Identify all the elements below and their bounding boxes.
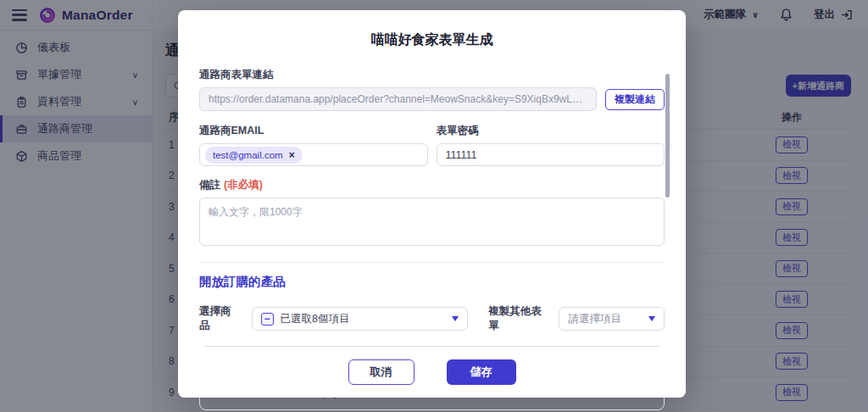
copy-form-dropdown[interactable]: 請選擇項目	[559, 307, 665, 331]
selected-count: 已選取8個項目	[281, 312, 446, 326]
note-label: 備註	[199, 178, 220, 192]
email-tag: test@gmail.com ×	[205, 147, 303, 164]
modal-title: 喵喵好食家表單生成	[178, 10, 686, 49]
divider	[199, 262, 665, 263]
copy-form-placeholder: 請選擇項目	[568, 312, 642, 326]
products-section-title: 開放訂購的產品	[199, 274, 665, 290]
email-label: 通路商EMAIL	[199, 124, 428, 138]
password-field[interactable]	[437, 143, 665, 166]
modal-footer: 取消 儲存	[178, 347, 686, 398]
indeterminate-checkbox-icon[interactable]: −	[261, 313, 274, 326]
copy-form-label: 複製其他表單	[488, 304, 548, 333]
form-link-value[interactable]: https://order.datamana.app/placeOrder?ch…	[199, 87, 597, 111]
note-textarea[interactable]	[199, 198, 665, 246]
save-button[interactable]: 儲存	[447, 359, 516, 385]
form-link-label: 通路商表單連結	[199, 68, 665, 82]
cancel-button[interactable]: 取消	[348, 359, 415, 385]
email-field[interactable]: test@gmail.com ×	[199, 143, 428, 166]
copy-link-button[interactable]: 複製連結	[605, 89, 665, 110]
note-optional-hint: (非必填)	[224, 178, 263, 192]
caret-down-icon	[648, 316, 655, 321]
remove-tag-icon[interactable]: ×	[289, 150, 295, 160]
select-products-label: 選擇商品	[199, 304, 240, 333]
select-products-dropdown[interactable]: − 已選取8個項目	[252, 307, 469, 331]
modal-scrollbar[interactable]	[665, 74, 670, 198]
caret-down-icon	[452, 316, 459, 321]
form-generation-modal: 喵喵好食家表單生成 通路商表單連結 https://order.datamana…	[178, 10, 686, 398]
password-label: 表單密碼	[437, 124, 665, 138]
